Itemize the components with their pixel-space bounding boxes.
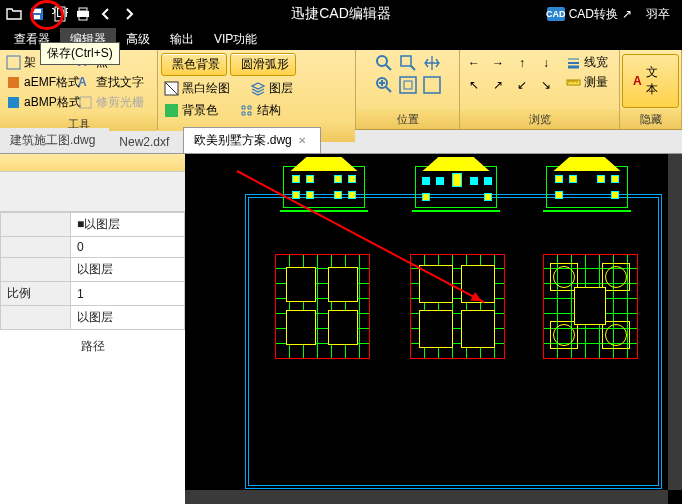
nav-down-icon[interactable]: ↓ xyxy=(534,52,558,74)
zoom-extents-icon[interactable] xyxy=(372,52,396,74)
side-header xyxy=(0,154,185,172)
bw-draw-btn[interactable]: 黑白绘图 xyxy=(161,79,233,98)
properties-table: ■以图层 0 以图层 比例1 以图层 xyxy=(0,212,185,330)
external-icon: ↗ xyxy=(622,7,632,21)
svg-rect-11 xyxy=(80,97,91,108)
title-bar: PDF 迅捷CAD编辑器 CADCAD转换↗ 羽卒 xyxy=(0,0,682,28)
floorplan-1 xyxy=(275,254,370,359)
emf-btn[interactable]: aEMF格式 xyxy=(3,73,73,92)
elevation-3 xyxy=(543,166,631,212)
layer-btn[interactable]: 图层 xyxy=(248,79,296,98)
smooth-arc-btn[interactable]: 圆滑弧形 xyxy=(230,53,296,76)
elevation-1 xyxy=(280,166,368,212)
pan-icon[interactable] xyxy=(420,52,444,74)
cad-badge-icon: CAD xyxy=(547,7,565,21)
floorplan-3 xyxy=(543,254,638,359)
prop-scale-val[interactable]: 1 xyxy=(71,282,185,306)
svg-point-15 xyxy=(377,56,387,66)
svg-rect-20 xyxy=(424,77,440,93)
undo-icon[interactable] xyxy=(96,4,116,24)
structure-btn[interactable]: 结构 xyxy=(236,101,284,120)
nav-up-icon[interactable]: ↑ xyxy=(510,52,534,74)
trim-raster-btn[interactable]: 修剪光栅 xyxy=(75,93,147,112)
save-icon[interactable] xyxy=(27,4,47,24)
redo-icon[interactable] xyxy=(119,4,139,24)
scrollbar-vertical[interactable] xyxy=(668,154,682,490)
svg-rect-16 xyxy=(401,56,411,66)
cad-convert-link[interactable]: CADCAD转换↗ xyxy=(547,6,632,23)
main-area: ■以图层 0 以图层 比例1 以图层 路径 xyxy=(0,154,682,504)
path-label: 路径 xyxy=(0,330,185,363)
svg-rect-6 xyxy=(79,8,87,11)
svg-rect-10 xyxy=(8,97,19,108)
tab-0[interactable]: 建筑施工图.dwg xyxy=(0,128,109,153)
measure-btn[interactable]: 测量 xyxy=(563,73,611,92)
tab-1[interactable]: New2.dxf xyxy=(109,131,183,153)
menu-output[interactable]: 输出 xyxy=(160,28,204,51)
zoom-all-icon[interactable] xyxy=(396,74,420,96)
panel-hide-title: 隐藏 xyxy=(620,110,681,129)
prop-bylayer2[interactable]: 以图层 xyxy=(71,258,185,282)
elevation-2 xyxy=(412,166,500,212)
user-name[interactable]: 羽卒 xyxy=(646,6,670,23)
panel-position-title: 位置 xyxy=(356,110,459,129)
pdf-icon[interactable]: PDF xyxy=(50,4,70,24)
panel-browse-title: 浏览 xyxy=(460,110,619,129)
svg-rect-19 xyxy=(404,81,412,89)
prop-scale-label: 比例 xyxy=(1,282,71,306)
zoom-in-icon[interactable] xyxy=(372,74,396,96)
nav-downright-icon[interactable]: ↘ xyxy=(534,74,558,96)
zoom-window-icon[interactable] xyxy=(396,52,420,74)
tab-2[interactable]: 欧美别墅方案.dwg✕ xyxy=(183,127,320,153)
svg-rect-14 xyxy=(165,104,178,117)
svg-text:PDF: PDF xyxy=(52,6,68,20)
black-bg-btn[interactable]: 黑色背景 xyxy=(161,53,227,76)
drawing-canvas[interactable] xyxy=(185,154,682,504)
menu-vip[interactable]: VIP功能 xyxy=(204,28,267,51)
svg-rect-9 xyxy=(8,77,19,88)
nav-right-icon[interactable]: → xyxy=(486,52,510,74)
svg-rect-8 xyxy=(7,56,20,69)
print-icon[interactable] xyxy=(73,4,93,24)
side-panel: ■以图层 0 以图层 比例1 以图层 路径 xyxy=(0,154,185,504)
scrollbar-horizontal[interactable] xyxy=(185,490,668,504)
svg-rect-18 xyxy=(400,77,416,93)
text-btn[interactable]: A文本 xyxy=(622,54,679,108)
lineweight-btn[interactable]: 线宽 xyxy=(563,53,611,72)
svg-rect-2 xyxy=(34,15,40,19)
nav-downleft-icon[interactable]: ↙ xyxy=(510,74,534,96)
open-icon[interactable] xyxy=(4,4,24,24)
bgcolor-btn[interactable]: 背景色 xyxy=(161,101,221,120)
bmp-btn[interactable]: aBMP格式 xyxy=(3,93,73,112)
svg-rect-1 xyxy=(33,9,41,13)
app-title: 迅捷CAD编辑器 xyxy=(291,5,391,23)
nav-left-icon[interactable]: ← xyxy=(462,52,486,74)
find-text-btn[interactable]: A查找文字 xyxy=(75,73,147,92)
close-icon[interactable]: ✕ xyxy=(298,135,306,146)
save-tooltip: 保存(Ctrl+S) xyxy=(40,42,120,65)
prop-bylayer[interactable]: ■以图层 xyxy=(71,213,185,237)
prop-zero[interactable]: 0 xyxy=(71,237,185,258)
property-scroll[interactable] xyxy=(0,172,185,212)
prop-bylayer3[interactable]: 以图层 xyxy=(71,306,185,330)
zoom-fit-icon[interactable] xyxy=(420,74,444,96)
menu-advanced[interactable]: 高级 xyxy=(116,28,160,51)
nav-upleft-icon[interactable]: ↖ xyxy=(462,74,486,96)
nav-upright-icon[interactable]: ↗ xyxy=(486,74,510,96)
